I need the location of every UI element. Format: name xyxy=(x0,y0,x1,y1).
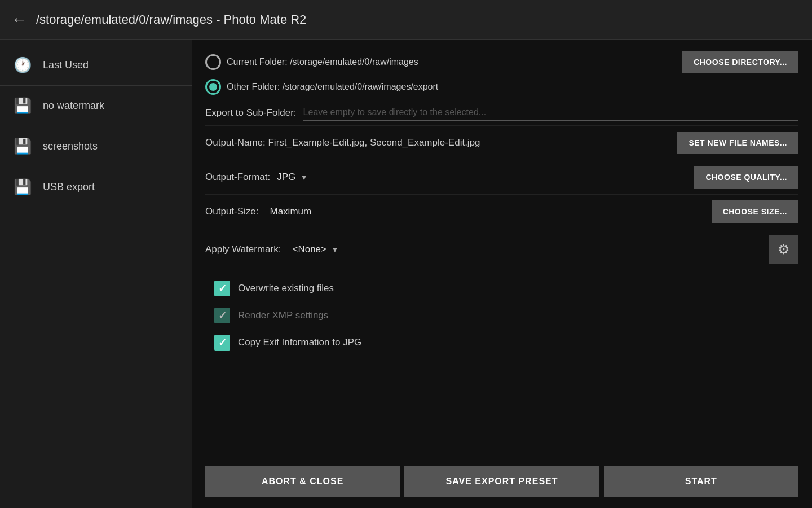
save-icon-3: 💾 xyxy=(14,178,32,196)
sidebar-label-usb-export: USB export xyxy=(43,181,95,193)
watermark-dropdown-arrow: ▼ xyxy=(331,245,339,254)
output-size-row: Output-Size: Maximum CHOOSE SIZE... xyxy=(205,195,798,229)
output-format-row: Output-Format: JPG ▼ CHOOSE QUALITY... xyxy=(205,160,798,195)
other-folder-label: Other Folder: /storage/emulated/0/raw/im… xyxy=(227,82,438,92)
set-file-names-button[interactable]: SET NEW FILE NAMES... xyxy=(677,132,798,154)
current-folder-row: Current Folder: /storage/emulated/0/raw/… xyxy=(205,51,438,73)
page-title: /storage/emulated/0/raw/images - Photo M… xyxy=(36,12,306,27)
folder-section: Current Folder: /storage/emulated/0/raw/… xyxy=(205,51,798,98)
current-folder-radio[interactable] xyxy=(205,54,221,70)
watermark-settings-button[interactable]: ⚙ xyxy=(769,235,798,264)
checkboxes-section: ✓ Overwrite existing files ✓ Render XMP … xyxy=(205,270,798,361)
topbar: ← /storage/emulated/0/raw/images - Photo… xyxy=(0,0,812,40)
watermark-row: Apply Watermark: <None> ▼ ⚙ xyxy=(205,229,798,270)
overwrite-checkmark: ✓ xyxy=(218,282,227,295)
abort-close-button[interactable]: ABORT & CLOSE xyxy=(205,466,400,497)
overwrite-label: Overwrite existing files xyxy=(238,283,334,294)
output-name-label: Output-Name: First_Example-Edit.jpg, Sec… xyxy=(205,137,480,148)
sidebar-item-screenshots[interactable]: 💾 screenshots xyxy=(0,126,192,167)
render-xmp-checkbox-row: ✓ Render XMP settings xyxy=(214,303,789,328)
bottom-buttons: ABORT & CLOSE SAVE EXPORT PRESET START xyxy=(205,457,798,497)
main-panel: Current Folder: /storage/emulated/0/raw/… xyxy=(192,40,812,508)
folder-options: Current Folder: /storage/emulated/0/raw/… xyxy=(205,51,438,98)
subfolder-input[interactable] xyxy=(303,105,798,121)
output-format-dropdown-area: Output-Format: JPG ▼ xyxy=(205,172,308,183)
choose-directory-button[interactable]: CHOOSE DIRECTORY... xyxy=(682,51,798,73)
overwrite-checkbox[interactable]: ✓ xyxy=(214,281,230,296)
clock-icon: 🕐 xyxy=(14,56,32,74)
output-format-dropdown[interactable]: JPG ▼ xyxy=(277,172,308,183)
sidebar-item-last-used[interactable]: 🕐 Last Used xyxy=(0,45,192,85)
other-folder-radio[interactable] xyxy=(205,79,221,95)
render-xmp-label: Render XMP settings xyxy=(238,310,328,321)
choose-size-button[interactable]: CHOOSE SIZE... xyxy=(712,200,798,223)
output-name-row: Output-Name: First_Example-Edit.jpg, Sec… xyxy=(205,126,798,160)
output-size-label: Output-Size: xyxy=(205,206,259,217)
back-button[interactable]: ← xyxy=(11,11,27,29)
format-dropdown-arrow: ▼ xyxy=(300,173,308,182)
start-button[interactable]: START xyxy=(604,466,798,497)
subfolder-label: Export to Sub-Folder: xyxy=(205,107,297,119)
copy-exif-checkbox-row: ✓ Copy Exif Information to JPG xyxy=(214,330,789,355)
sidebar-label-screenshots: screenshots xyxy=(43,141,98,152)
copy-exif-checkbox[interactable]: ✓ xyxy=(214,335,230,351)
subfolder-row: Export to Sub-Folder: xyxy=(205,100,798,126)
sidebar: 🕐 Last Used 💾 no watermark 💾 screenshots… xyxy=(0,40,192,508)
output-format-value: JPG xyxy=(277,172,295,183)
render-xmp-checkmark: ✓ xyxy=(218,309,227,322)
watermark-label: Apply Watermark: xyxy=(205,244,281,255)
save-icon-2: 💾 xyxy=(14,138,32,155)
sidebar-item-usb-export[interactable]: 💾 USB export xyxy=(0,167,192,207)
layout: 🕐 Last Used 💾 no watermark 💾 screenshots… xyxy=(0,40,812,508)
current-folder-label: Current Folder: /storage/emulated/0/raw/… xyxy=(227,57,418,67)
sidebar-item-no-watermark[interactable]: 💾 no watermark xyxy=(0,86,192,126)
save-export-preset-button[interactable]: SAVE EXPORT PRESET xyxy=(404,466,599,497)
sidebar-label-last-used: Last Used xyxy=(43,59,89,71)
sidebar-label-no-watermark: no watermark xyxy=(43,100,104,112)
watermark-dropdown[interactable]: <None> ▼ xyxy=(292,244,338,255)
render-xmp-checkbox[interactable]: ✓ xyxy=(214,308,230,323)
output-size-value: Maximum xyxy=(270,206,312,217)
watermark-dropdown-area: Apply Watermark: <None> ▼ xyxy=(205,244,339,255)
watermark-value: <None> xyxy=(292,244,326,255)
overwrite-checkbox-row: ✓ Overwrite existing files xyxy=(214,276,789,301)
output-size-area: Output-Size: Maximum xyxy=(205,206,311,217)
copy-exif-checkmark: ✓ xyxy=(218,336,227,349)
copy-exif-label: Copy Exif Information to JPG xyxy=(238,337,361,348)
output-format-label: Output-Format: xyxy=(205,172,270,183)
save-icon-1: 💾 xyxy=(14,97,32,115)
other-folder-row: Other Folder: /storage/emulated/0/raw/im… xyxy=(205,76,438,98)
choose-quality-button[interactable]: CHOOSE QUALITY... xyxy=(694,166,798,189)
